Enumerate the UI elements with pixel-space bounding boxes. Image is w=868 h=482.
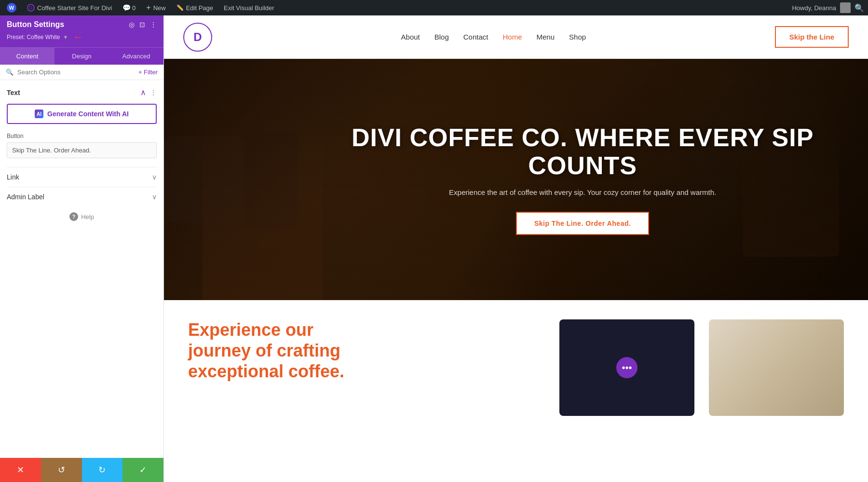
filter-label: + Filter (138, 69, 158, 76)
link-section-row[interactable]: Link ∨ (7, 167, 157, 187)
left-panel: Button Settings ◎ ⊡ ⋮ Preset: Coffee Whi… (0, 15, 164, 482)
admin-label-section-row[interactable]: Admin Label ∨ (7, 187, 157, 207)
button-field-label: Button (7, 133, 157, 139)
search-icon[interactable]: 🔍 (854, 3, 864, 13)
search-icon-panel: 🔍 (6, 69, 14, 76)
help-icon: ? (69, 212, 78, 221)
undo-icon: ↺ (58, 465, 65, 475)
below-heading-line2: journey of crafting (188, 340, 545, 361)
help-label: Help (81, 213, 94, 220)
nav-menu[interactable]: Menu (537, 33, 555, 41)
comments-item[interactable]: 💬 0 (120, 0, 138, 15)
plus-icon: + (146, 3, 150, 12)
divi-icon: D (27, 4, 35, 12)
below-card-image (709, 319, 844, 416)
below-heading-line1: Experience our (188, 319, 545, 340)
target-icon[interactable]: ◎ (129, 21, 135, 28)
hero-cta-button[interactable]: Skip The Line. Order Ahead. (516, 212, 649, 235)
text-section-icons: ∧ ⋮ (140, 88, 157, 97)
close-icon: ✕ (17, 465, 24, 475)
admin-bar-right: Howdy, Deanna 🔍 (792, 2, 864, 13)
preset-arrow: ← (73, 31, 83, 43)
generate-ai-button[interactable]: AI Generate Content With AI (7, 104, 157, 124)
right-area: D About Blog Contact Home Menu Shop Skip… (164, 15, 868, 482)
play-button[interactable]: ••• (616, 357, 637, 378)
save-button[interactable]: ✓ (122, 458, 163, 482)
site-name: Coffee Starter Site For Divi (37, 4, 112, 12)
tab-design[interactable]: Design (54, 48, 109, 65)
hero-cta-label: Skip The Line. Order Ahead. (534, 220, 631, 227)
redo-button[interactable]: ↻ (82, 458, 123, 482)
header-cta-label: Skip the Line (789, 33, 834, 41)
wp-icon: W (7, 3, 16, 13)
header-cta-button[interactable]: Skip the Line (775, 26, 849, 48)
tab-advanced[interactable]: Advanced (109, 48, 163, 65)
hero-title: DIVI COFFEE CO. WHERE EVERY SIP COUNTS (316, 124, 849, 179)
dots-icon: ••• (622, 362, 632, 373)
save-icon: ✓ (139, 465, 147, 475)
user-avatar (840, 2, 851, 13)
text-more-icon[interactable]: ⋮ (150, 89, 157, 96)
filter-button[interactable]: + Filter (138, 69, 158, 76)
panel-content: Text ∧ ⋮ AI Generate Content With AI But… (0, 80, 163, 458)
undo-button[interactable]: ↺ (41, 458, 82, 482)
preset-row: Preset: Coffee White ▼ ← (7, 31, 157, 43)
panel-search: 🔍 + Filter (0, 65, 163, 80)
ai-button-label: Generate Content With AI (47, 110, 129, 118)
card-image-bg (709, 319, 844, 416)
main-layout: Button Settings ◎ ⊡ ⋮ Preset: Coffee Whi… (0, 15, 868, 482)
panel-title-row: Button Settings ◎ ⊡ ⋮ (7, 20, 157, 29)
ai-icon: AI (35, 110, 43, 118)
nav-contact[interactable]: Contact (463, 33, 488, 41)
panel-header: Button Settings ◎ ⊡ ⋮ Preset: Coffee Whi… (0, 15, 163, 47)
below-hero-section: Experience our journey of crafting excep… (164, 300, 868, 482)
nav-shop[interactable]: Shop (569, 33, 586, 41)
tab-design-label: Design (72, 53, 91, 60)
howdy-text: Howdy, Deanna (792, 4, 836, 12)
site-name-item[interactable]: D Coffee Starter Site For Divi (24, 0, 115, 15)
admin-label-chevron-icon: ∨ (152, 193, 157, 201)
below-heading-line3: exceptional coffee. (188, 361, 545, 382)
exit-builder-item[interactable]: Exit Visual Builder (221, 0, 277, 15)
site-logo: D (183, 23, 212, 52)
nav-blog[interactable]: Blog (434, 33, 449, 41)
new-label: New (153, 4, 166, 12)
button-field-group: Button (7, 133, 157, 167)
wp-logo-item[interactable]: W (4, 0, 19, 15)
layout-icon[interactable]: ⊡ (139, 21, 145, 28)
hero-subtitle: Experience the art of coffee with every … (316, 188, 849, 196)
tab-content[interactable]: Content (0, 48, 54, 65)
nav-home[interactable]: Home (502, 33, 522, 41)
close-button[interactable]: ✕ (0, 458, 41, 482)
nav-about[interactable]: About (401, 33, 420, 41)
below-card-video: ••• (559, 319, 694, 416)
text-collapse-icon[interactable]: ∧ (140, 88, 146, 97)
link-chevron-icon: ∨ (152, 173, 157, 181)
new-item[interactable]: + New (143, 0, 168, 15)
admin-label: Admin Label (7, 193, 44, 201)
tab-advanced-label: Advanced (122, 53, 150, 60)
preset-chevron[interactable]: ▼ (63, 34, 68, 40)
edit-page-label: Edit Page (186, 4, 213, 12)
exit-builder-label: Exit Visual Builder (224, 4, 274, 12)
edit-page-item[interactable]: ✏️ Edit Page (174, 0, 216, 15)
panel-title: Button Settings (7, 20, 64, 29)
search-options-input[interactable] (17, 69, 135, 76)
tab-content-label: Content (16, 53, 39, 60)
comments-count: 0 (132, 4, 136, 12)
panel-bottom: ✕ ↺ ↻ ✓ (0, 458, 163, 482)
link-label: Link (7, 173, 19, 181)
text-section-title: Text (7, 89, 20, 96)
hero-section: DIVI COFFEE CO. WHERE EVERY SIP COUNTS E… (164, 59, 868, 300)
text-section-header: Text ∧ ⋮ (7, 88, 157, 97)
logo-letter: D (193, 30, 202, 44)
help-row[interactable]: ? Help (7, 207, 157, 227)
panel-tabs: Content Design Advanced (0, 47, 163, 65)
site-header: D About Blog Contact Home Menu Shop Skip… (164, 15, 868, 59)
admin-bar: W D Coffee Starter Site For Divi 💬 0 + N… (0, 0, 868, 15)
more-icon[interactable]: ⋮ (150, 21, 157, 28)
site-nav: About Blog Contact Home Menu Shop (401, 33, 586, 41)
panel-header-icons: ◎ ⊡ ⋮ (129, 21, 157, 28)
button-text-input[interactable] (7, 142, 157, 158)
below-heading: Experience our journey of crafting excep… (188, 319, 545, 382)
